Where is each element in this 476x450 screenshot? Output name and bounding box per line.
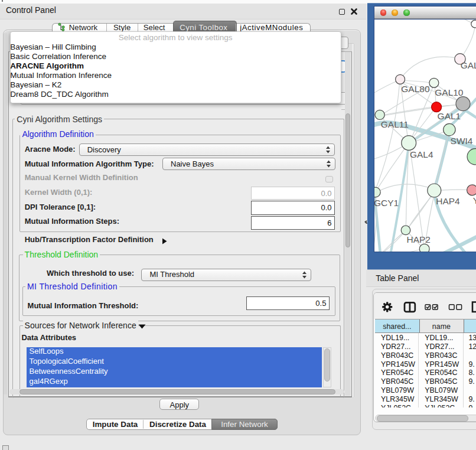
svg-text:SWI4: SWI4: [450, 135, 472, 145]
svg-text:GAL7: GAL7: [460, 60, 475, 70]
svg-text:HAP2: HAP2: [406, 234, 430, 244]
svg-text:HAP4: HAP4: [436, 196, 460, 206]
svg-text:GAL11: GAL11: [381, 119, 409, 129]
svg-text:GAL1: GAL1: [437, 111, 461, 121]
svg-text:GAL4: GAL4: [410, 149, 433, 159]
svg-text:GAL80: GAL80: [401, 84, 429, 94]
svg-text:Y: Y: [473, 195, 476, 206]
svg-text:GCY1: GCY1: [374, 198, 399, 208]
svg-text:GAL10: GAL10: [435, 87, 463, 97]
